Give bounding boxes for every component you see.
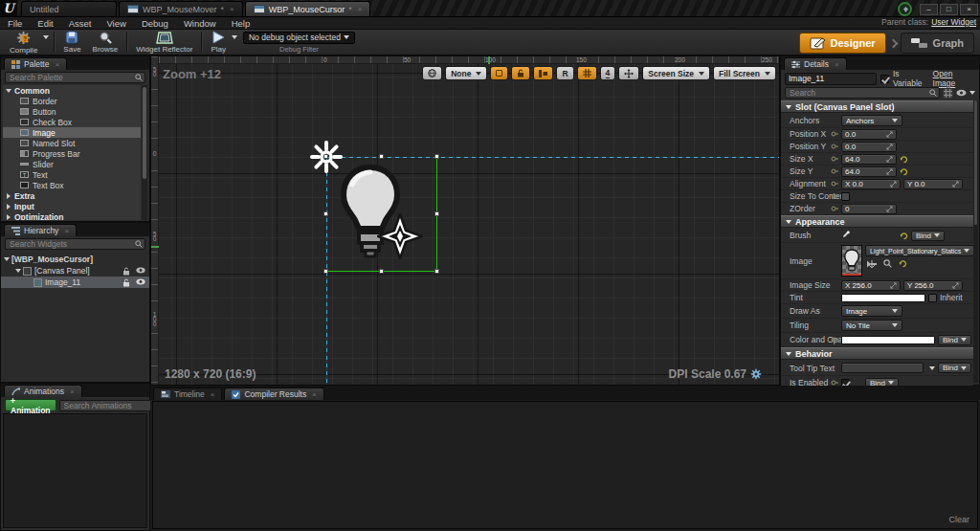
bind-socket-icon[interactable] bbox=[831, 155, 838, 163]
menu-help[interactable]: Help bbox=[232, 18, 251, 29]
palette-item-text[interactable]: TText bbox=[3, 169, 141, 180]
timeline-tab[interactable]: Timeline × bbox=[153, 387, 222, 400]
reset-to-default-icon[interactable] bbox=[899, 259, 907, 268]
compile-button[interactable]: ? Compile bbox=[4, 30, 43, 55]
browse-button[interactable]: Browse bbox=[87, 30, 124, 55]
details-scrollbar[interactable] bbox=[973, 100, 978, 383]
menu-window[interactable]: Window bbox=[184, 18, 216, 29]
palette-search-input[interactable] bbox=[5, 72, 145, 83]
tiling-dropdown[interactable]: No Tile bbox=[841, 320, 902, 331]
compiler-results-tab[interactable]: Compiler Results × bbox=[224, 387, 323, 400]
hierarchy-row-root[interactable]: [WBP_MouseCursor] bbox=[1, 254, 149, 265]
close-icon[interactable]: × bbox=[70, 387, 75, 396]
close-icon[interactable]: × bbox=[358, 5, 363, 13]
localization-preview-button[interactable] bbox=[422, 66, 442, 80]
details-tab[interactable]: Details × bbox=[784, 57, 847, 70]
hierarchy-tab[interactable]: Hierarchy × bbox=[4, 224, 77, 236]
fill-screen-dropdown[interactable]: Fill Screen bbox=[713, 66, 776, 80]
open-image-link[interactable]: Open Image bbox=[933, 69, 975, 88]
bind-socket-icon[interactable] bbox=[831, 180, 838, 188]
palette-group-input[interactable]: Input bbox=[3, 201, 141, 211]
lock-icon[interactable] bbox=[122, 267, 130, 276]
close-icon[interactable]: × bbox=[211, 390, 215, 399]
browse-asset-icon[interactable] bbox=[883, 259, 892, 268]
palette-item-button[interactable]: Button bbox=[3, 106, 141, 117]
close-icon[interactable]: × bbox=[312, 390, 317, 399]
menu-view[interactable]: View bbox=[106, 18, 125, 29]
close-button[interactable]: × bbox=[960, 4, 978, 15]
resize-handle-middle-right[interactable] bbox=[434, 211, 439, 216]
bind-socket-icon[interactable] bbox=[831, 192, 838, 200]
save-button[interactable]: Save bbox=[57, 30, 86, 55]
hierarchy-row-image11[interactable]: Image_11 bbox=[1, 277, 149, 288]
anchors-dropdown[interactable]: Anchors bbox=[841, 115, 902, 126]
bind-socket-icon[interactable] bbox=[831, 143, 838, 150]
tooltip-bind-button[interactable]: Bind bbox=[938, 363, 971, 373]
add-animation-button[interactable]: + Animation bbox=[5, 399, 56, 411]
parent-class-link[interactable]: User Widget bbox=[931, 17, 976, 27]
size-x-input[interactable]: 64.0 bbox=[841, 154, 897, 165]
hierarchy-search-input[interactable] bbox=[5, 238, 145, 250]
designer-viewport[interactable]: 0 50 100 150 200 250 50 0 50 100 Zoom +1… bbox=[150, 55, 780, 386]
palette-item-text-box[interactable]: Text Box bbox=[3, 180, 141, 190]
reset-to-default-icon[interactable] bbox=[900, 232, 908, 240]
property-matrix-button[interactable] bbox=[943, 88, 953, 99]
bind-socket-icon[interactable] bbox=[831, 130, 838, 138]
image-asset-thumbnail[interactable] bbox=[841, 245, 862, 277]
maximize-button[interactable]: □ bbox=[940, 4, 958, 15]
palette-group-extra[interactable]: Extra bbox=[3, 190, 141, 201]
palette-item-slider[interactable]: Slider bbox=[3, 159, 141, 169]
compile-options-caret[interactable] bbox=[43, 35, 49, 39]
grid-snap-button[interactable] bbox=[577, 66, 597, 80]
close-icon[interactable]: × bbox=[64, 227, 69, 235]
toggle-outlines-button[interactable] bbox=[490, 66, 508, 80]
draw-as-dropdown[interactable]: Image bbox=[841, 305, 902, 317]
image-size-y-input[interactable]: Y 256.0 bbox=[903, 280, 963, 291]
doc-tab-wbp-mousemover[interactable]: WBP_MouseMover* × bbox=[119, 1, 243, 16]
is-variable-checkbox[interactable] bbox=[880, 75, 889, 83]
bind-socket-icon[interactable] bbox=[831, 167, 838, 175]
palette-tab[interactable]: Palette × bbox=[4, 57, 67, 70]
color-bind-button[interactable]: Bind bbox=[938, 335, 971, 345]
lock-icon[interactable] bbox=[122, 278, 130, 287]
reset-to-default-icon[interactable] bbox=[900, 155, 908, 164]
image-asset-dropdown[interactable]: Light_Point_Stationary_Statics bbox=[865, 245, 974, 256]
flag-dropdown[interactable]: None bbox=[445, 66, 487, 80]
section-behavior[interactable]: Behavior bbox=[781, 347, 973, 360]
widget-reflector-button[interactable]: Widget Reflector bbox=[130, 30, 198, 55]
graph-mode-button[interactable]: Graph bbox=[901, 33, 974, 54]
display-filter-dropdown[interactable] bbox=[956, 89, 975, 97]
menu-debug[interactable]: Debug bbox=[142, 18, 168, 29]
section-slot[interactable]: Slot (Canvas Panel Slot) bbox=[781, 100, 973, 113]
position-x-input[interactable]: 0.0 bbox=[841, 129, 897, 140]
play-button[interactable]: Play bbox=[205, 30, 232, 55]
size-y-input[interactable]: 64.0 bbox=[841, 166, 897, 177]
debug-object-dropdown[interactable]: No debug object selected bbox=[243, 32, 355, 44]
menu-asset[interactable]: Asset bbox=[69, 18, 92, 29]
close-icon[interactable]: × bbox=[55, 60, 59, 69]
bind-socket-icon[interactable] bbox=[831, 205, 838, 212]
designer-mode-button[interactable]: Designer bbox=[799, 33, 886, 54]
palette-scrollbar[interactable] bbox=[142, 85, 147, 220]
inherit-checkbox[interactable] bbox=[928, 294, 937, 302]
visibility-eye-icon[interactable] bbox=[136, 278, 145, 285]
menu-edit[interactable]: Edit bbox=[37, 18, 53, 29]
tint-color-swatch[interactable] bbox=[841, 294, 925, 302]
visibility-eye-icon[interactable] bbox=[136, 267, 145, 274]
alignment-x-input[interactable]: X 0.0 bbox=[841, 179, 901, 189]
image-size-x-input[interactable]: X 256.0 bbox=[841, 280, 901, 291]
clear-log-button[interactable]: Clear bbox=[948, 515, 969, 524]
doc-tab-untitled[interactable]: Untitled bbox=[21, 1, 117, 16]
lock-widgets-button[interactable] bbox=[511, 66, 530, 80]
palette-item-named-slot[interactable]: Named Slot bbox=[3, 138, 141, 148]
palette-group-optimization[interactable]: Optimization bbox=[3, 211, 141, 220]
rotation-toggle-button[interactable]: R bbox=[556, 66, 573, 80]
tooltip-text-input[interactable] bbox=[841, 363, 924, 373]
widget-name-input[interactable] bbox=[785, 73, 877, 85]
reset-to-default-icon[interactable] bbox=[900, 167, 908, 176]
section-appearance[interactable]: Appearance bbox=[781, 215, 973, 228]
status-orb-icon[interactable] bbox=[898, 2, 912, 16]
minimize-button[interactable]: – bbox=[920, 4, 938, 15]
resize-handle-bottom-right[interactable] bbox=[434, 269, 439, 274]
menu-file[interactable]: File bbox=[8, 18, 22, 29]
